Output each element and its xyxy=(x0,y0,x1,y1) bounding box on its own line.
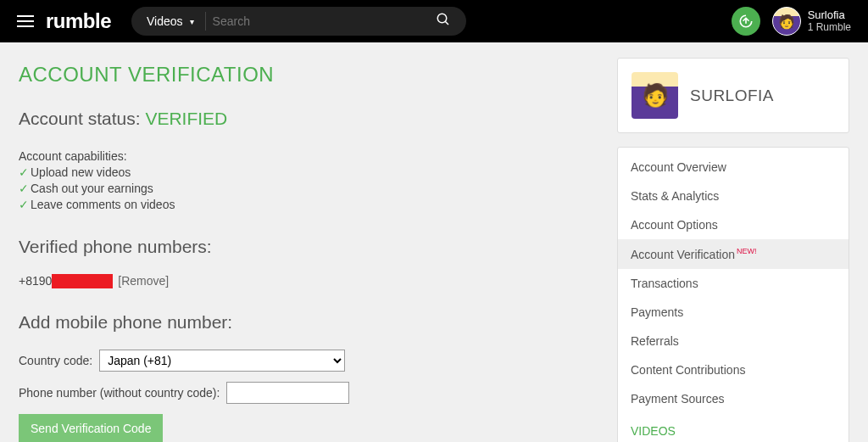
search-category-label: Videos xyxy=(147,14,183,28)
sidebar-item-label: Payment Sources xyxy=(631,392,725,406)
verified-phone-row: +8190 [Remove] xyxy=(19,274,597,288)
send-verification-button[interactable]: Send Verification Code xyxy=(19,414,163,442)
sidebar-item-verification[interactable]: Account VerificationNEW! xyxy=(618,239,849,269)
sidebar-item-stats[interactable]: Stats & Analytics xyxy=(618,182,849,210)
upload-button[interactable] xyxy=(732,7,760,36)
country-row: Country code: Japan (+81) xyxy=(19,350,597,372)
avatar: 🧑 xyxy=(632,72,678,119)
header-right: 🧑 Surlofia 1 Rumble xyxy=(732,7,851,36)
user-name: Surlofia xyxy=(808,9,851,22)
status-label: Account status: xyxy=(19,109,145,128)
phone-prefix: +8190 xyxy=(19,274,52,288)
svg-point-0 xyxy=(437,14,447,23)
sidebar: 🧑 SURLOFIA Account Overview Stats & Anal… xyxy=(617,58,849,442)
search-bar: Videos ▾ xyxy=(131,7,466,36)
new-badge: NEW! xyxy=(737,247,757,255)
sidebar-item-label: Referrals xyxy=(631,334,679,348)
remove-phone-link[interactable]: [Remove] xyxy=(118,274,169,288)
sidebar-item-label: Account Overview xyxy=(631,160,726,174)
sidebar-item-transactions[interactable]: Transactions xyxy=(618,269,849,298)
search-category-dropdown[interactable]: Videos ▾ xyxy=(131,14,203,28)
sidebar-item-label: VIDEOS xyxy=(631,424,676,438)
main-content: ACCOUNT VERIFICATION Account status: VER… xyxy=(19,58,597,442)
profile-name: SURLOFIA xyxy=(690,87,774,105)
capability-item: ✓Upload new videos xyxy=(19,165,597,181)
capabilities-block: Account capabilities: ✓Upload new videos… xyxy=(19,149,597,213)
capability-item: ✓Cash out your earnings xyxy=(19,181,597,197)
header: rumble Videos ▾ 🧑 Surlofia 1 Rumble xyxy=(0,0,868,42)
sidebar-item-label: Content Contributions xyxy=(631,363,745,377)
search-input[interactable] xyxy=(203,14,420,28)
sidebar-item-label: Payments xyxy=(631,305,683,319)
sidebar-section-videos[interactable]: VIDEOS xyxy=(618,413,849,442)
capability-text: Upload new videos xyxy=(31,165,131,179)
capabilities-label: Account capabilities: xyxy=(19,149,597,163)
sidebar-item-label: Account Verification xyxy=(631,248,735,261)
search-icon[interactable] xyxy=(420,12,466,31)
add-phone-heading: Add mobile phone number: xyxy=(19,312,597,333)
country-label: Country code: xyxy=(19,354,92,367)
menu-icon[interactable] xyxy=(17,15,34,27)
svg-line-1 xyxy=(445,21,448,25)
profile-card: 🧑 SURLOFIA xyxy=(617,58,849,133)
chevron-down-icon: ▾ xyxy=(190,17,194,26)
phone-input[interactable] xyxy=(226,382,349,404)
sidebar-item-label: Transactions xyxy=(631,277,698,290)
site-logo[interactable]: rumble xyxy=(46,9,111,33)
user-menu[interactable]: 🧑 Surlofia 1 Rumble xyxy=(772,7,851,36)
capability-item: ✓Leave comments on videos xyxy=(19,197,597,213)
check-icon: ✓ xyxy=(19,165,29,179)
capability-text: Cash out your earnings xyxy=(31,182,153,195)
capability-text: Leave comments on videos xyxy=(31,198,175,211)
check-icon: ✓ xyxy=(19,182,29,195)
user-subtitle: 1 Rumble xyxy=(808,22,851,34)
check-icon: ✓ xyxy=(19,198,29,211)
sidebar-item-contributions[interactable]: Content Contributions xyxy=(618,355,849,384)
redacted-phone xyxy=(52,274,113,288)
country-select[interactable]: Japan (+81) xyxy=(99,350,345,372)
status-value: VERIFIED xyxy=(145,109,227,128)
sidebar-item-label: Stats & Analytics xyxy=(631,189,719,203)
account-status: Account status: VERIFIED xyxy=(19,109,597,129)
sidebar-item-label: Account Options xyxy=(631,218,718,232)
sidebar-item-payment-sources[interactable]: Payment Sources xyxy=(618,384,849,413)
avatar: 🧑 xyxy=(772,7,801,36)
phone-row: Phone number (without country code): xyxy=(19,382,597,404)
sidebar-item-referrals[interactable]: Referrals xyxy=(618,327,849,355)
sidebar-item-payments[interactable]: Payments xyxy=(618,298,849,327)
user-text-block: Surlofia 1 Rumble xyxy=(808,9,851,34)
sidebar-menu: Account Overview Stats & Analytics Accou… xyxy=(617,147,849,442)
sidebar-item-options[interactable]: Account Options xyxy=(618,210,849,239)
verified-phones-heading: Verified phone numbers: xyxy=(19,237,597,257)
sidebar-item-overview[interactable]: Account Overview xyxy=(618,153,849,182)
page-title: ACCOUNT VERIFICATION xyxy=(19,63,597,87)
phone-label: Phone number (without country code): xyxy=(19,386,220,400)
